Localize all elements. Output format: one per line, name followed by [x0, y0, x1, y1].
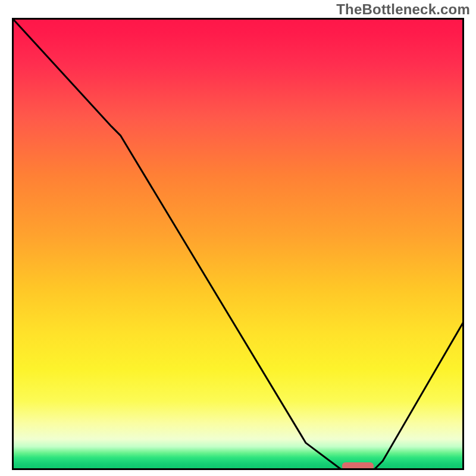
data-curve [12, 18, 464, 470]
watermark-text: TheBottleneck.com [336, 1, 470, 18]
chart-svg [12, 18, 464, 470]
minimum-marker [342, 462, 374, 470]
chart-plot [12, 18, 464, 470]
